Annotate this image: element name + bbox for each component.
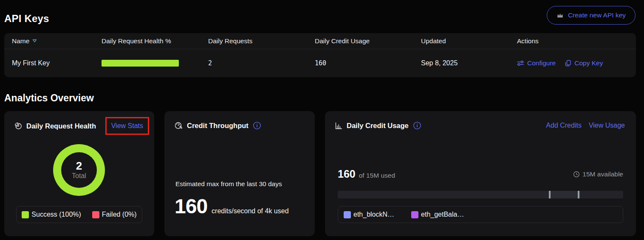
usage-bar-segment	[550, 191, 580, 198]
daily-credit-usage-card: Daily Credit Usage Add Credits View Usag…	[325, 111, 636, 236]
donut-total-label: Total	[72, 172, 86, 180]
copy-icon	[565, 60, 571, 67]
copy-key-link[interactable]: Copy Key	[565, 59, 603, 67]
legend-item-eth-blocknumber: eth_blockN…	[344, 211, 394, 218]
daily-request-health-card: Daily Request Health View Stats 2 Total …	[4, 111, 154, 236]
column-header-actions: Actions	[517, 37, 628, 45]
view-usage-link[interactable]: View Usage	[589, 122, 625, 129]
info-icon[interactable]	[413, 121, 421, 130]
method-swatch	[344, 211, 351, 218]
health-legend: Success (100%) Failed (0%)	[16, 206, 142, 223]
health-bar-fill	[102, 60, 179, 67]
sort-chevron-icon	[32, 39, 37, 43]
crown-icon	[556, 12, 564, 19]
dashboard-page: API Keys Create new API key Name Daily R…	[0, 0, 644, 240]
card-title: Credit Throughput	[187, 122, 249, 130]
method-swatch	[411, 211, 418, 218]
throughput-value-row: 160 credits/second of 4k used	[175, 195, 289, 218]
donut-total-value: 2	[76, 160, 82, 171]
legend-item-eth-getbalance: eth_getBala…	[411, 211, 464, 218]
credits-used-value: 160	[338, 168, 356, 180]
pie-chart-icon	[14, 122, 22, 130]
column-header-health: Daily Request Health %	[102, 37, 208, 45]
sliders-icon	[517, 60, 524, 66]
view-stats-link[interactable]: View Stats	[111, 122, 143, 129]
card-title: Daily Credit Usage	[347, 122, 409, 130]
column-header-credit-usage: Daily Credit Usage	[315, 37, 421, 45]
request-health-donut: 2 Total	[53, 144, 105, 196]
api-keys-table: Name Daily Request Health % Daily Reques…	[4, 33, 636, 77]
usage-bar-marker	[549, 191, 551, 198]
usage-summary-row: 160 of 15M used 15M available	[338, 168, 623, 180]
info-icon[interactable]	[253, 121, 261, 130]
card-title: Daily Request Health	[26, 122, 96, 130]
health-bar-cell	[102, 60, 208, 67]
create-api-key-label: Create new API key	[568, 11, 626, 19]
daily-requests-cell: 2	[208, 59, 315, 67]
throughput-unit: credits/second of 4k used	[212, 207, 288, 215]
configure-link[interactable]: Configure	[517, 59, 556, 67]
actions-cell: Configure Copy Key	[517, 59, 628, 67]
failed-swatch	[92, 211, 99, 218]
table-row: My First Key 2 160 Sep 8, 2025	[4, 49, 636, 77]
bar-chart-icon	[335, 122, 342, 129]
create-api-key-button[interactable]: Create new API key	[547, 6, 636, 25]
analytics-overview-title: Analytics Overview	[4, 92, 94, 104]
legend-item-success: Success (100%)	[22, 211, 81, 218]
add-credits-link[interactable]: Add Credits	[546, 122, 582, 129]
page-title: API Keys	[4, 13, 49, 25]
gauge-icon	[175, 122, 183, 129]
daily-credit-usage-cell: 160	[315, 59, 421, 67]
annotation-highlight-box: View Stats	[105, 117, 149, 135]
credit-throughput-card: Credit Throughput Estimated max from the…	[164, 111, 315, 236]
credits-used-text: of 15M used	[359, 172, 395, 179]
usage-bar-marker	[578, 191, 579, 198]
column-header-name[interactable]: Name	[12, 37, 102, 45]
updated-cell: Sep 8, 2025	[421, 59, 517, 67]
credit-usage-legend: eth_blockN… eth_getBala…	[338, 206, 623, 223]
throughput-value: 160	[175, 195, 207, 218]
success-swatch	[22, 211, 29, 218]
throughput-note: Estimated max from the last 30 days	[175, 180, 282, 188]
legend-item-failed: Failed (0%)	[92, 211, 137, 218]
key-name-cell: My First Key	[12, 59, 102, 67]
column-header-requests: Daily Requests	[208, 37, 315, 45]
credit-usage-bar	[338, 191, 623, 198]
credits-available-text: 15M available	[582, 170, 623, 178]
column-header-updated: Updated	[421, 37, 517, 45]
clock-icon	[573, 171, 580, 178]
table-header-row: Name Daily Request Health % Daily Reques…	[4, 33, 636, 49]
health-bar-track	[102, 60, 179, 67]
